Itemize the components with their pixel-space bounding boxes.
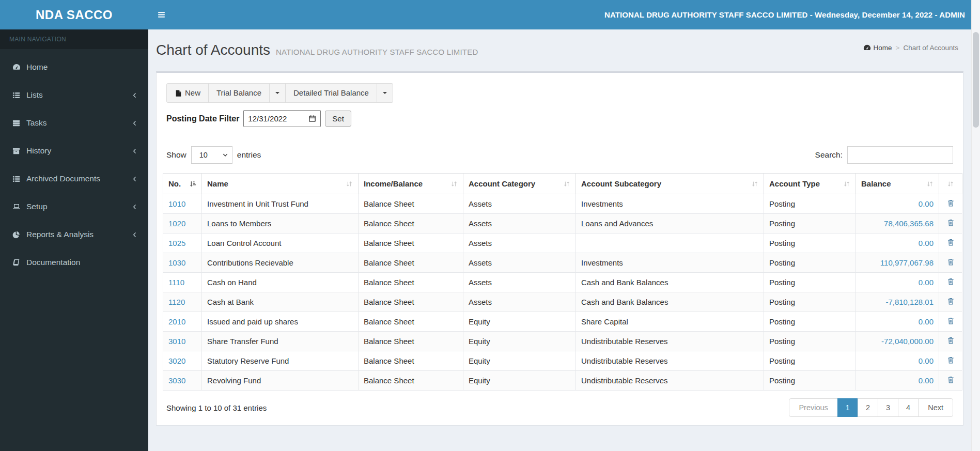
chevron-left-icon <box>128 204 142 210</box>
account-category-cell: Assets <box>463 273 576 292</box>
column-header-account-type[interactable]: Account Type <box>764 174 856 194</box>
column-header-actions[interactable] <box>939 174 962 194</box>
balance-link[interactable]: 0.00 <box>919 317 934 326</box>
balance-link[interactable]: -7,810,128.01 <box>885 298 934 306</box>
table-header-row: No.NameIncome/BalanceAccount CategoryAcc… <box>163 174 962 194</box>
account-no-link[interactable]: 1120 <box>168 298 185 306</box>
sidebar-item-tasks[interactable]: Tasks <box>0 109 148 137</box>
hamburger-icon[interactable] <box>148 0 175 29</box>
menu-bars-icon <box>157 10 166 19</box>
brand-logo[interactable]: NDA SACCO <box>0 0 148 29</box>
pagination-previous[interactable]: Previous <box>789 398 837 417</box>
scrollbar-thumb[interactable] <box>973 32 979 128</box>
account-no-link[interactable]: 2010 <box>168 317 185 326</box>
pagination-page-2[interactable]: 2 <box>858 398 878 417</box>
posting-date-input[interactable]: 12/31/2022 <box>243 110 321 127</box>
column-label: Account Type <box>769 179 820 188</box>
sort-both-icon <box>563 180 570 188</box>
calendar-icon[interactable] <box>308 115 316 122</box>
account-category-cell: Equity <box>463 351 576 371</box>
delete-button[interactable] <box>947 297 955 305</box>
table-row: 1020Loans to MembersBalance SheetAssetsL… <box>163 214 962 234</box>
balance-link[interactable]: 0.00 <box>919 199 934 208</box>
account-no-link[interactable]: 1025 <box>168 239 185 247</box>
new-button[interactable]: New <box>166 83 209 103</box>
column-header-name[interactable]: Name <box>202 174 359 194</box>
sidebar-item-reports-analysis[interactable]: Reports & Analysis <box>0 221 148 248</box>
balance-link[interactable]: 78,406,365.68 <box>884 219 934 228</box>
scrollbar[interactable] <box>971 0 980 451</box>
sidebar-item-archived-documents[interactable]: Archived Documents <box>0 165 148 193</box>
balance-link[interactable]: -72,040,000.00 <box>881 337 934 346</box>
sidebar-item-lists[interactable]: Lists <box>0 81 148 109</box>
column-header-account-subcategory[interactable]: Account Subcategory <box>576 174 764 194</box>
account-name-cell: Share Transfer Fund <box>202 332 359 351</box>
delete-button[interactable] <box>947 376 955 384</box>
account-no-link[interactable]: 3030 <box>168 376 185 385</box>
sidebar-item-documentation[interactable]: Documentation <box>0 248 148 276</box>
account-category-cell: Equity <box>463 371 576 391</box>
account-no-cell: 1120 <box>163 292 202 312</box>
caret-down-icon <box>275 92 279 94</box>
delete-button[interactable] <box>947 238 955 246</box>
pagination-next[interactable]: Next <box>918 398 953 417</box>
account-subcategory-cell: Cash and Bank Balances <box>576 292 764 312</box>
column-header-no[interactable]: No. <box>163 174 202 194</box>
sidebar-item-label: Home <box>26 63 48 72</box>
account-no-link[interactable]: 3020 <box>168 356 185 365</box>
trial-balance-button[interactable]: Trial Balance <box>208 83 270 103</box>
delete-button[interactable] <box>947 336 955 345</box>
toolbar: New Trial Balance Detailed Trial Balance <box>166 83 393 103</box>
delete-button[interactable] <box>947 258 955 266</box>
account-no-cell: 1010 <box>163 194 202 214</box>
posting-date-value: 12/31/2022 <box>248 114 287 123</box>
table-row: 1110Cash on HandBalance SheetAssetsCash … <box>163 273 962 292</box>
account-name-cell: Cash on Hand <box>202 273 359 292</box>
balance-link[interactable]: 110,977,067.98 <box>880 258 934 267</box>
breadcrumb-home-link[interactable]: Home <box>863 44 892 52</box>
pagination-page-1[interactable]: 1 <box>837 398 858 417</box>
account-name-cell: Statutory Reserve Fund <box>202 351 359 371</box>
balance-link[interactable]: 0.00 <box>919 356 934 365</box>
balance-link[interactable]: 0.00 <box>919 278 934 287</box>
balance-link[interactable]: 0.00 <box>919 239 934 247</box>
detailed-trial-balance-dropdown-toggle[interactable] <box>377 83 393 103</box>
pagination-page-4[interactable]: 4 <box>898 398 919 417</box>
column-header-income-balance[interactable]: Income/Balance <box>359 174 463 194</box>
sidebar-item-label: History <box>26 146 51 155</box>
search-input[interactable] <box>847 146 953 164</box>
account-no-link[interactable]: 1030 <box>168 258 185 267</box>
delete-button[interactable] <box>947 356 955 364</box>
pie-chart-icon <box>9 231 23 239</box>
account-category-cell: Assets <box>463 194 576 214</box>
page-length-select[interactable]: 10 <box>191 146 232 164</box>
set-button[interactable]: Set <box>325 111 351 127</box>
account-no-cell: 2010 <box>163 312 202 332</box>
sidebar-item-home[interactable]: Home <box>0 53 148 81</box>
income-balance-cell: Balance Sheet <box>359 214 463 234</box>
book-icon <box>9 259 23 267</box>
top-navbar: NATIONAL DRUG AUTHORITY STAFF SACCO LIMI… <box>148 0 971 29</box>
column-header-account-category[interactable]: Account Category <box>463 174 576 194</box>
balance-link[interactable]: 0.00 <box>919 376 934 385</box>
chevron-left-icon <box>128 231 142 238</box>
pagination-page-3[interactable]: 3 <box>878 398 898 417</box>
account-subcategory-cell: Investments <box>576 253 764 273</box>
sort-both-icon <box>926 180 934 188</box>
detailed-trial-balance-button[interactable]: Detailed Trial Balance <box>285 83 377 103</box>
trial-balance-dropdown-toggle[interactable] <box>269 83 286 103</box>
account-no-link[interactable]: 1020 <box>168 219 185 228</box>
sidebar-item-setup[interactable]: Setup <box>0 193 148 221</box>
account-no-link[interactable]: 1110 <box>168 278 184 287</box>
sidebar-item-history[interactable]: History <box>0 137 148 165</box>
delete-button[interactable] <box>947 199 955 207</box>
delete-button[interactable] <box>947 219 955 227</box>
account-no-link[interactable]: 1010 <box>168 199 185 208</box>
delete-button[interactable] <box>947 317 955 325</box>
sidebar-header: MAIN NAVIGATION <box>0 29 148 49</box>
trash-icon <box>947 356 955 364</box>
column-header-balance[interactable]: Balance <box>856 174 939 194</box>
delete-button[interactable] <box>947 277 955 286</box>
account-type-cell: Posting <box>764 332 856 351</box>
account-no-link[interactable]: 3010 <box>168 337 185 346</box>
